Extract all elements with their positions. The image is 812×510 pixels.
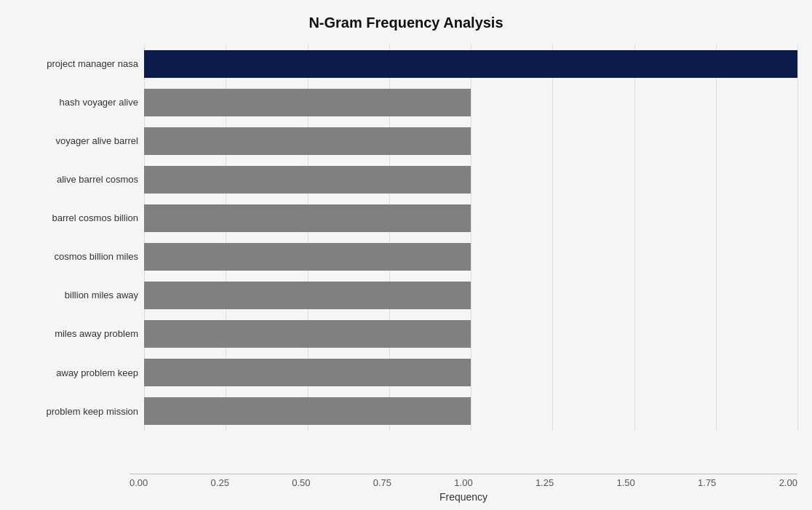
bar-3 bbox=[144, 166, 471, 194]
bar-row-5 bbox=[144, 237, 797, 276]
y-label-7: miles away problem bbox=[15, 315, 138, 354]
bar-7 bbox=[144, 320, 471, 348]
x-tick-8: 2.00 bbox=[779, 477, 797, 488]
bar-row-9 bbox=[144, 392, 797, 431]
bar-4 bbox=[144, 204, 471, 232]
y-label-5: cosmos billion miles bbox=[15, 237, 138, 276]
x-tick-0: 0.00 bbox=[130, 477, 148, 488]
bar-row-6 bbox=[144, 276, 797, 315]
bars-column bbox=[144, 44, 797, 431]
x-axis-line bbox=[130, 474, 797, 474]
y-label-4: barrel cosmos billion bbox=[15, 199, 138, 237]
bar-6 bbox=[144, 282, 471, 309]
bar-0 bbox=[144, 50, 797, 78]
bar-5 bbox=[144, 243, 471, 271]
y-label-9: problem keep mission bbox=[15, 392, 138, 431]
x-tick-4: 1.00 bbox=[454, 477, 472, 488]
bar-row-2 bbox=[144, 121, 797, 160]
y-label-6: billion miles away bbox=[15, 276, 138, 315]
grid-line-8 bbox=[797, 44, 798, 431]
bar-row-4 bbox=[144, 199, 797, 237]
bar-9 bbox=[144, 397, 471, 425]
chart-title: N-Gram Frequency Analysis bbox=[15, 15, 797, 31]
bar-2 bbox=[144, 127, 471, 155]
chart-container: N-Gram Frequency Analysis project manage… bbox=[0, 0, 812, 510]
y-label-8: away problem keep bbox=[15, 354, 138, 392]
bar-1 bbox=[144, 89, 471, 116]
y-label-3: alive barrel cosmos bbox=[15, 160, 138, 199]
y-label-0: project manager nasa bbox=[15, 44, 138, 83]
x-tick-2: 0.50 bbox=[292, 477, 310, 488]
x-axis-label: Frequency bbox=[130, 491, 797, 503]
bar-row-0 bbox=[144, 44, 797, 83]
bar-row-8 bbox=[144, 354, 797, 392]
bottom-section: 0.000.250.500.751.001.251.501.752.00 Fre… bbox=[130, 474, 797, 503]
bar-row-3 bbox=[144, 160, 797, 199]
x-tick-5: 1.25 bbox=[536, 477, 554, 488]
chart-area: project manager nasahash voyager alivevo… bbox=[15, 44, 797, 431]
x-tick-6: 1.50 bbox=[616, 477, 634, 488]
bar-row-1 bbox=[144, 83, 797, 121]
bar-8 bbox=[144, 359, 471, 386]
y-label-2: voyager alive barrel bbox=[15, 121, 138, 160]
x-tick-1: 0.25 bbox=[211, 477, 229, 488]
y-label-1: hash voyager alive bbox=[15, 83, 138, 121]
x-tick-3: 0.75 bbox=[373, 477, 391, 488]
bar-row-7 bbox=[144, 315, 797, 354]
x-tick-7: 1.75 bbox=[698, 477, 716, 488]
tick-labels-row: 0.000.250.500.751.001.251.501.752.00 bbox=[130, 477, 797, 488]
y-axis-labels: project manager nasahash voyager alivevo… bbox=[15, 44, 144, 431]
bars-and-grid bbox=[144, 44, 797, 431]
